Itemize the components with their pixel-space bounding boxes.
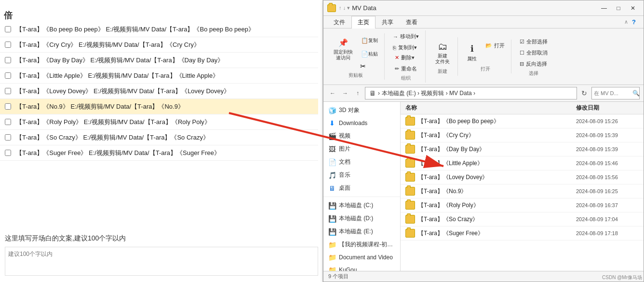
minimize-button[interactable]: —: [597, 3, 611, 14]
file-item[interactable]: 【T-ara】《So Crazy》2024-08-09 17:04: [401, 212, 644, 226]
ribbon-group-select: ☑ 全部选择 ☐ 全部取消 ⊟ 反向选择 选择: [513, 36, 554, 78]
sidebar-item-folder[interactable]: 📁Document and Video: [323, 251, 400, 264]
file-checkbox[interactable]: [5, 57, 11, 63]
ribbon-tab-share[interactable]: 共享: [376, 16, 400, 28]
sidebar-item-document[interactable]: 📄文档: [323, 155, 400, 169]
help-button[interactable]: ?: [632, 18, 636, 26]
sidebar-item-music[interactable]: 🎵音乐: [323, 169, 400, 182]
item-name: 【T-ara】《Cry Cry》: [418, 131, 573, 140]
sidebar-item-label: 【我的视频课程-初中】: [339, 240, 395, 249]
close-button[interactable]: ✕: [626, 3, 640, 14]
file-item[interactable]: 【T-ara】《Lovey Dovey》2024-08-09 15:56: [401, 170, 644, 184]
delete-button[interactable]: ✕ 删除▾: [391, 53, 420, 63]
open-button[interactable]: 📂 打开: [482, 41, 508, 51]
file-checkbox[interactable]: [5, 26, 11, 32]
sidebar-item-drive-e[interactable]: 💾本地磁盘 (E:): [323, 225, 400, 238]
file-checkbox[interactable]: [5, 103, 11, 110]
paste-button[interactable]: 📄 粘贴: [357, 48, 381, 60]
properties-button[interactable]: ℹ 属性: [463, 41, 481, 65]
ribbon-group-new: 🗂 新建文件夹 新建: [428, 37, 458, 76]
file-item[interactable]: 【T-ara】《Day By Day》2024-08-09 15:39: [401, 142, 644, 156]
sidebar-item-downloads[interactable]: ⬇Downloads: [323, 117, 400, 129]
files-panel: 名称 修改日期 【T-ara】《Bo peep Bo peep》2024-08-…: [401, 102, 644, 271]
ribbon-tab-file[interactable]: 文件: [327, 16, 351, 28]
paste-icon: 📄: [361, 50, 368, 58]
sidebar-item-picture[interactable]: 🖼图片: [323, 142, 400, 155]
file-checkbox[interactable]: [5, 88, 11, 94]
sidebar-item-label: 桌面: [339, 184, 350, 192]
move-to-button[interactable]: → 移动到▾: [389, 31, 422, 42]
sidebar-item-drive[interactable]: 💾本地磁盘 (C:): [323, 199, 400, 212]
left-file-row[interactable]: 【T-ara】《Little Apple》 E:/视频剪辑/MV Data/【T…: [0, 68, 318, 84]
left-file-row[interactable]: 【T-ara】《Cry Cry》 E:/视频剪辑/MV Data/【T-ara】…: [0, 37, 318, 53]
back-button[interactable]: ←: [327, 88, 338, 99]
folder-icon: [405, 187, 415, 196]
sidebar-item-label: 图片: [339, 145, 350, 153]
file-checkbox[interactable]: [5, 42, 11, 48]
sidebar-item-folder[interactable]: 📁【我的视频课程-初中】: [323, 238, 400, 251]
copy-button[interactable]: 📋 复制: [357, 34, 381, 47]
file-label: 【T-ara】《So Crazy》 E:/视频剪辑/MV Data/【T-ara…: [16, 133, 313, 142]
left-file-row[interactable]: 【T-ara】《Lovey Dovey》 E:/视频剪辑/MV Data/【T-…: [0, 84, 318, 99]
picture-icon: 🖼: [328, 145, 336, 153]
sidebar-item-label: 3D 对象: [339, 106, 360, 114]
ribbon-tabs: 文件 主页 共享 查看 ∧ ?: [323, 16, 644, 28]
invert-selection-button[interactable]: ⊟ 反向选择: [516, 59, 551, 69]
ribbon-tab-home[interactable]: 主页: [351, 16, 376, 28]
file-item[interactable]: 【T-ara】《Cry Cry》2024-08-09 15:39: [401, 128, 644, 142]
forward-button[interactable]: →: [340, 88, 350, 99]
deselect-all-button[interactable]: ☐ 全部取消: [516, 48, 551, 58]
rename-button[interactable]: ✏ 重命名: [391, 64, 420, 74]
intro-textarea[interactable]: [5, 247, 318, 276]
breadcrumb[interactable]: 🖥 › 本地磁盘 (E:) › 视频剪辑 › MV Data ›: [365, 87, 577, 99]
item-date: 2024-08-09 17:18: [576, 230, 639, 236]
file-label: 【T-ara】《Little Apple》 E:/视频剪辑/MV Data/【T…: [16, 71, 313, 80]
sidebar-item-label: 本地磁盘 (C:): [339, 201, 373, 210]
title-folder-icon: [327, 4, 336, 12]
file-checkbox[interactable]: [5, 119, 11, 125]
file-list: 【T-ara】《Bo peep Bo peep》 E:/视频剪辑/MV Data…: [0, 22, 318, 161]
file-item[interactable]: 【T-ara】《Bo peep Bo peep》2024-08-09 15:26: [401, 114, 644, 128]
sidebar-item-folder[interactable]: 📁KuGou: [323, 264, 400, 271]
refresh-button[interactable]: ↻: [579, 88, 590, 99]
left-file-row[interactable]: 【T-ara】《Suger Free》 E:/视频剪辑/MV Data/【T-a…: [0, 145, 318, 161]
file-checkbox[interactable]: [5, 150, 11, 156]
file-item[interactable]: 【T-ara】《Suger Free》2024-08-09 17:18: [401, 226, 644, 240]
open-icon: 📂: [485, 42, 492, 49]
video-icon: 🎬: [328, 132, 336, 140]
search-input[interactable]: [594, 90, 632, 96]
col-date-header[interactable]: 修改日期: [576, 104, 639, 112]
left-file-row[interactable]: 【T-ara】《Bo peep Bo peep》 E:/视频剪辑/MV Data…: [0, 22, 318, 37]
select-all-button[interactable]: ☑ 全部选择: [516, 37, 551, 47]
left-file-row[interactable]: 【T-ara】《Roly Poly》 E:/视频剪辑/MV Data/【T-ar…: [0, 114, 318, 130]
sidebar-item-drive[interactable]: 💾本地磁盘 (D:): [323, 212, 400, 225]
title-text: MV Data: [352, 4, 597, 12]
up-button[interactable]: ↑: [352, 88, 363, 99]
file-checkbox[interactable]: [5, 134, 11, 141]
maximize-button[interactable]: □: [612, 3, 625, 14]
copy-to-button[interactable]: ⎘ 复制到▾: [389, 42, 422, 53]
sidebar-item-desktop[interactable]: 🖥桌面: [323, 182, 400, 195]
file-item[interactable]: 【T-ara】《Little Apple》2024-08-09 15:46: [401, 156, 644, 170]
sidebar-item-label: 文档: [339, 158, 350, 166]
ribbon-group-organize: → 移动到▾ ⎘ 复制到▾ ✕ 删除▾ ✏ 重命名: [387, 30, 426, 83]
left-file-row[interactable]: 【T-ara】《So Crazy》 E:/视频剪辑/MV Data/【T-ara…: [0, 130, 318, 145]
sidebar-item-video[interactable]: 🎬视频: [323, 129, 400, 142]
cut-area[interactable]: ✂: [357, 61, 381, 71]
file-checkbox[interactable]: [5, 72, 11, 79]
title-bar: ↑ ↓ ▾ MV Data — □ ✕: [323, 0, 644, 16]
col-name-header[interactable]: 名称: [405, 104, 574, 112]
pin-icon: 📌: [337, 37, 349, 48]
pin-to-quick-access-button[interactable]: 📌 固定到快速访问: [330, 34, 356, 63]
document-icon: 📄: [328, 158, 336, 166]
sidebar-item-3d[interactable]: 🧊3D 对象: [323, 104, 400, 117]
file-item[interactable]: 【T-ara】《Roly Poly》2024-08-09 16:37: [401, 198, 644, 212]
invert-icon: ⊟: [520, 61, 524, 67]
left-file-row[interactable]: 【T-ara】《No.9》 E:/视频剪辑/MV Data/【T-ara】《No…: [0, 99, 318, 114]
left-file-row[interactable]: 【T-ara】《Day By Day》 E:/视频剪辑/MV Data/【T-a…: [0, 53, 318, 68]
file-item[interactable]: 【T-ara】《No.9》2024-08-09 16:25: [401, 184, 644, 198]
ribbon-tab-view[interactable]: 查看: [400, 16, 424, 28]
item-date: 2024-08-09 15:39: [576, 146, 639, 152]
ribbon: 文件 主页 共享 查看 ∧ ? 📌 固定到快速访问: [323, 16, 644, 85]
new-folder-button[interactable]: 🗂 新建文件夹: [430, 38, 455, 67]
